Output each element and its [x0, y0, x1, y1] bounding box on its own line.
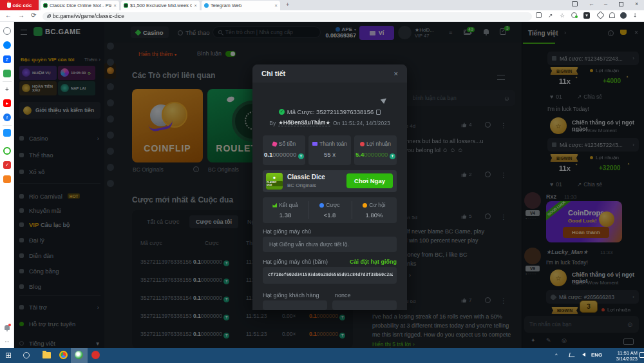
telegram-favicon: [204, 3, 209, 8]
tab-title: Classic Dice Online Slot - Pla: [50, 3, 111, 8]
reload-icon[interactable]: ⟳: [31, 12, 36, 19]
stat-payout-value: 55 x: [308, 151, 351, 158]
dice-icon: [272, 141, 278, 147]
copy-icon[interactable]: [376, 110, 381, 115]
tray-expand-icon[interactable]: ^: [555, 352, 558, 358]
modal-share-icon[interactable]: ▶: [379, 95, 389, 104]
screen: cốc cốc Classic Dice Online Slot - Pla ×…: [0, 0, 644, 363]
browser-tab-3[interactable]: Telegram Web ×: [202, 1, 280, 10]
stat-payout-box: Thanh toán 55 x: [308, 135, 351, 165]
cart-icon[interactable]: [3, 175, 11, 183]
back-icon[interactable]: ←: [5, 12, 12, 19]
bet-target-value: <1.8: [308, 211, 352, 219]
payout-card-icon: [312, 142, 317, 146]
cookie-badge: [575, 15, 578, 18]
start-button[interactable]: ⊞: [5, 351, 12, 360]
browser-tab-1[interactable]: Classic Dice Online Slot - Pla ×: [41, 1, 119, 10]
coccoc-brand[interactable]: cốc cốc: [0, 0, 39, 10]
zalo-icon[interactable]: Z: [3, 55, 11, 63]
save-page-icon[interactable]: [536, 12, 542, 18]
divider: [3, 81, 12, 82]
more-icon[interactable]: ⋯: [3, 338, 11, 346]
check-icon: ✓: [5, 162, 9, 168]
maximize-button[interactable]: [619, 2, 623, 6]
games-icon[interactable]: [3, 70, 11, 77]
bet-timestamp: On 11:51:24, 14/3/2023: [333, 120, 390, 126]
stat-amount-value: 0.10000000 T: [263, 151, 305, 159]
modal-close-icon[interactable]: ×: [394, 70, 398, 77]
classic-dice-icon-label: CLASSIC DICE: [266, 181, 283, 186]
network-icon[interactable]: [569, 353, 575, 357]
seed-settings-link[interactable]: Cài đặt hạt giống: [350, 259, 397, 265]
share-icon[interactable]: ↗: [548, 12, 553, 19]
page-url: bc.game/vi/game/classic-dice: [53, 13, 124, 19]
minimize-button[interactable]: –: [604, 1, 607, 7]
notification-bell-icon[interactable]: [3, 324, 11, 331]
tab-search-icon[interactable]: [572, 1, 578, 6]
downloads-tray-icon[interactable]: ⭣: [634, 12, 636, 19]
stat-profit-value: 5.40000000 T: [354, 151, 397, 159]
download-manager-icon[interactable]: ▾: [583, 12, 590, 19]
promo-favicon: [124, 3, 128, 8]
modal-title: Chi tiết: [261, 70, 285, 77]
bet-id-row: ✓ Mã Cược: 35272113976338156: [252, 108, 407, 115]
messenger-icon[interactable]: [3, 41, 11, 49]
facebook-icon[interactable]: f: [3, 113, 11, 121]
game-provider: BC Originals: [287, 182, 316, 188]
forward-icon[interactable]: →: [18, 12, 24, 19]
history-icon[interactable]: [3, 27, 11, 35]
address-bar[interactable]: bc.game/vi/game/classic-dice: [43, 12, 532, 21]
tab-close-icon[interactable]: ×: [274, 3, 278, 8]
check-app-icon[interactable]: ✓: [3, 161, 11, 169]
coccoc-taskbar-icon[interactable]: [75, 351, 83, 359]
taskbar-search-icon[interactable]: [23, 352, 30, 358]
tab-title: $1,500 Exclusive Mid-week C: [130, 3, 192, 8]
nonce-box[interactable]: [332, 300, 397, 310]
language-indicator[interactable]: ENG: [591, 352, 602, 358]
youtube-icon[interactable]: ▶: [3, 99, 11, 107]
coccoc-cup-icon: [7, 3, 11, 8]
volume-icon[interactable]: [582, 353, 585, 357]
client-seed-box[interactable]: [263, 300, 327, 310]
classic-dice-icon: ● CLASSIC DICE: [266, 173, 283, 190]
green-app-icon[interactable]: [3, 147, 11, 155]
server-seed-label: Hạt giống máy chủ: [263, 228, 311, 235]
add-shortcut-icon[interactable]: +: [3, 85, 11, 93]
red-app-icon[interactable]: [91, 351, 100, 359]
chrome-icon[interactable]: [59, 351, 68, 359]
hashed-seed-label: Hạt giống máy chủ (băm): [263, 259, 328, 265]
down-arrow-icon: ▾: [585, 13, 588, 18]
player-name[interactable]: ★HốĐenSâuThẳm★: [278, 119, 330, 126]
game-title: Classic Dice: [287, 173, 325, 181]
chance-value: 1.80%: [352, 211, 397, 219]
window-close-button[interactable]: ×: [635, 1, 638, 7]
tiki-icon[interactable]: [3, 129, 11, 137]
action-center-icon[interactable]: [639, 352, 644, 358]
usdt-coin-icon: T: [390, 153, 395, 159]
result-chart-icon: [272, 203, 277, 208]
bcgame-favicon: [43, 3, 48, 8]
notification-dot: [8, 324, 11, 326]
nonce-label: nonce: [335, 292, 351, 299]
tray-date: 3/14/2023: [604, 356, 638, 362]
bet-details-modal: Chi tiết × ▶ ✓ Mã Cược: 3527211397633815…: [252, 64, 407, 310]
lock-icon: [47, 15, 50, 18]
person-icon[interactable]: [609, 12, 615, 18]
result-stats-box: Kết quả 1.38 Cược <1.8 Cơ hội 1.80%: [263, 197, 397, 223]
browser-tab-2[interactable]: $1,500 Exclusive Mid-week C ×: [121, 1, 200, 10]
hashed-seed-box: cf718ef602d341593da0a28d6565d91c84d7d3f3…: [263, 267, 397, 284]
bet-id-value: 35272113976338156: [316, 108, 374, 115]
tab-close-icon[interactable]: ×: [113, 3, 117, 8]
tab-title: Telegram Web: [211, 3, 272, 8]
cookie-shield-icon[interactable]: [571, 12, 577, 18]
bookmark-star-icon[interactable]: ☆: [560, 12, 565, 19]
taskbar-clock[interactable]: 11:51 AM 3/14/2023: [604, 350, 638, 362]
profile-avatar-icon[interactable]: [620, 12, 627, 19]
pin-window-icon[interactable]: ←: [589, 1, 594, 7]
play-now-button[interactable]: Chơi Ngay: [346, 173, 393, 188]
tab-close-icon[interactable]: ×: [194, 3, 197, 8]
usdt-coin-icon: T: [298, 153, 304, 159]
bet-author-row: By ★HốĐenSâuThẳm★ On 11:51:24, 14/3/2023: [252, 119, 407, 126]
file-explorer-icon[interactable]: [43, 352, 51, 358]
new-tab-button[interactable]: +: [286, 1, 289, 8]
